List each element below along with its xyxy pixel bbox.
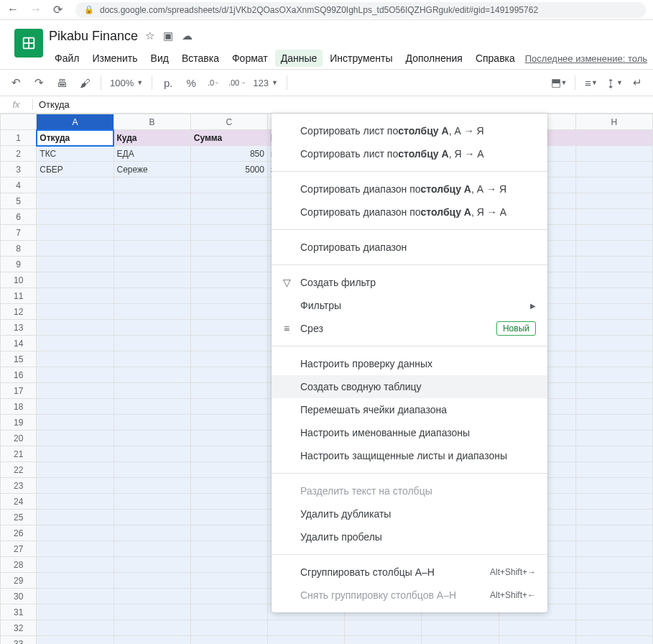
cell[interactable] (190, 557, 267, 573)
cell[interactable] (190, 193, 267, 209)
row-header[interactable]: 23 (1, 478, 37, 494)
paint-format-icon[interactable]: 🖌 (75, 73, 95, 93)
cell[interactable] (114, 478, 190, 494)
row-header[interactable]: 2 (1, 146, 37, 162)
cell[interactable] (190, 462, 267, 478)
cell[interactable] (190, 478, 267, 494)
dd-sort-range-az[interactable]: Сортировать диапазон по столбцу А, А → Я (272, 178, 547, 201)
dd-sort-range[interactable]: Сортировать диапазон (272, 236, 547, 259)
cell[interactable]: ТКС (37, 146, 114, 162)
cell[interactable] (114, 415, 190, 431)
cell[interactable] (114, 604, 190, 620)
row-header[interactable]: 7 (1, 225, 37, 241)
cell[interactable] (37, 478, 114, 494)
formula-input[interactable]: Откуда (33, 99, 70, 110)
cell[interactable] (575, 320, 652, 336)
row-header[interactable]: 17 (1, 383, 37, 399)
cell[interactable] (37, 367, 114, 383)
valign-icon[interactable]: ⭥▼ (604, 73, 624, 93)
cell[interactable] (37, 193, 114, 209)
cell[interactable] (575, 620, 652, 636)
cell[interactable] (575, 351, 652, 367)
cell[interactable] (190, 431, 267, 446)
cell[interactable] (575, 494, 652, 510)
cell[interactable] (575, 241, 652, 257)
cell[interactable] (575, 541, 652, 557)
dd-sort-sheet-az[interactable]: Сортировать лист по столбцу А, А → Я (272, 119, 547, 142)
decrease-decimal[interactable]: .0← (204, 73, 224, 93)
cell[interactable] (114, 399, 190, 415)
cell[interactable] (575, 399, 652, 415)
cell[interactable] (190, 304, 267, 320)
cell[interactable] (114, 557, 190, 573)
cell[interactable] (190, 241, 267, 257)
cell[interactable] (575, 589, 652, 604)
redo-icon[interactable]: ↷ (29, 73, 49, 93)
cell[interactable] (575, 257, 652, 272)
cell[interactable] (575, 557, 652, 573)
increase-decimal[interactable]: .00→ (227, 73, 247, 93)
cell[interactable] (114, 351, 190, 367)
row-header[interactable]: 21 (1, 446, 37, 462)
cell[interactable] (114, 367, 190, 383)
cell[interactable] (114, 225, 190, 241)
cell[interactable] (114, 304, 190, 320)
cell[interactable] (422, 636, 499, 645)
cell[interactable] (575, 367, 652, 383)
row-header[interactable]: 26 (1, 525, 37, 541)
dd-data-validation[interactable]: Настроить проверку данных (272, 352, 547, 375)
cell[interactable] (37, 225, 114, 241)
cell[interactable] (345, 620, 422, 636)
cell[interactable]: 5000 (190, 162, 267, 178)
cell[interactable] (114, 383, 190, 399)
cell[interactable] (37, 636, 114, 645)
cell[interactable] (37, 431, 114, 446)
cell[interactable] (114, 288, 190, 304)
cell[interactable] (114, 510, 190, 525)
cell[interactable] (37, 383, 114, 399)
cell[interactable] (190, 541, 267, 557)
cell[interactable] (114, 241, 190, 257)
dd-trim-whitespace[interactable]: Удалить пробелы (272, 525, 547, 548)
cell[interactable] (575, 336, 652, 351)
cell[interactable]: СБЕР (37, 162, 114, 178)
cell[interactable] (575, 162, 652, 178)
row-header[interactable]: 28 (1, 557, 37, 573)
cell[interactable] (37, 272, 114, 288)
row-header[interactable]: 24 (1, 494, 37, 510)
percent-format[interactable]: % (181, 73, 201, 93)
col-header-c[interactable]: C (190, 114, 267, 130)
cell[interactable] (114, 257, 190, 272)
row-header[interactable]: 5 (1, 193, 37, 209)
dd-slicer[interactable]: ≡СрезНовый (272, 317, 547, 340)
row-header[interactable]: 22 (1, 462, 37, 478)
dd-remove-duplicates[interactable]: Удалить дубликаты (272, 502, 547, 525)
cell[interactable] (190, 494, 267, 510)
cell[interactable] (190, 336, 267, 351)
dd-randomize[interactable]: Перемешать ячейки диапазона (272, 398, 547, 421)
cell[interactable] (37, 573, 114, 589)
cell[interactable] (499, 636, 575, 645)
row-header[interactable]: 1 (1, 130, 37, 146)
col-header-a[interactable]: A (37, 114, 114, 130)
last-edit-link[interactable]: Последнее изменение: толь (525, 53, 647, 64)
cell[interactable] (37, 351, 114, 367)
cell[interactable]: ЕДА (114, 146, 190, 162)
cell[interactable] (190, 383, 267, 399)
col-header-b[interactable]: B (114, 114, 190, 130)
undo-icon[interactable]: ↶ (6, 73, 26, 93)
row-header[interactable]: 33 (1, 636, 37, 645)
number-format-select[interactable]: 123▼ (250, 78, 281, 88)
cell[interactable] (37, 399, 114, 415)
cell[interactable] (190, 209, 267, 225)
cell[interactable] (37, 557, 114, 573)
dd-protected[interactable]: Настроить защищенные листы и диапазоны (272, 444, 547, 467)
cell[interactable] (114, 446, 190, 462)
print-icon[interactable]: 🖶 (52, 73, 72, 93)
cell[interactable] (114, 620, 190, 636)
cell[interactable] (190, 415, 267, 431)
row-header[interactable]: 15 (1, 351, 37, 367)
cell[interactable] (575, 304, 652, 320)
dd-sort-range-za[interactable]: Сортировать диапазон по столбцу А, Я → А (272, 201, 547, 224)
cell[interactable] (575, 146, 652, 162)
